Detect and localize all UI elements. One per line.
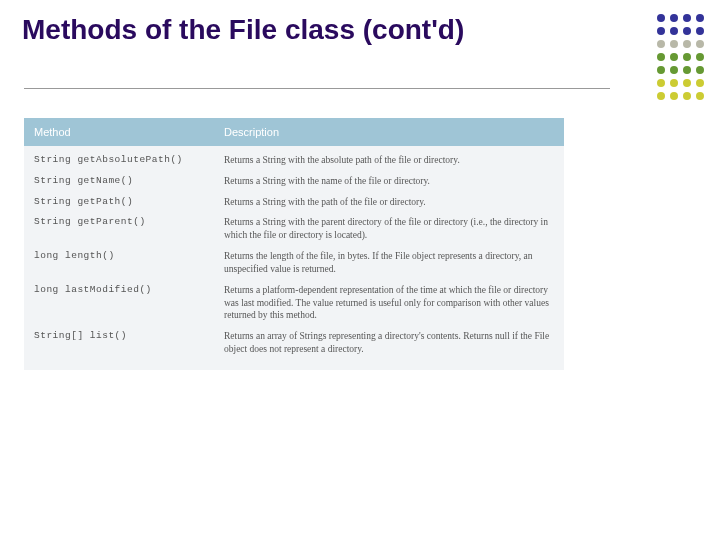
method-description: Returns an array of Strings representing…: [224, 330, 554, 356]
decorative-dot: [683, 92, 691, 100]
method-description: Returns a String with the parent directo…: [224, 216, 554, 242]
decorative-dot: [683, 53, 691, 61]
table-row: String getPath()Returns a String with th…: [34, 192, 554, 213]
header-method: Method: [34, 126, 224, 138]
method-description: Returns the length of the file, in bytes…: [224, 250, 554, 276]
decorative-dot: [670, 27, 678, 35]
decorative-dot: [683, 27, 691, 35]
decorative-dot: [670, 40, 678, 48]
decorative-dot: [696, 79, 704, 87]
method-description: Returns a String with the name of the fi…: [224, 175, 554, 188]
decorative-dot: [696, 27, 704, 35]
decorative-dot: [657, 40, 665, 48]
decorative-dot: [657, 66, 665, 74]
slide-title: Methods of the File class (cont'd): [22, 12, 610, 47]
decorative-dot: [657, 92, 665, 100]
method-signature: String[] list(): [34, 330, 224, 356]
decorative-dot: [696, 92, 704, 100]
method-signature: String getAbsolutePath(): [34, 154, 224, 167]
method-signature: long lastModified(): [34, 284, 224, 322]
decorative-dot: [683, 14, 691, 22]
table-header-row: Method Description: [24, 118, 564, 146]
decorative-dot: [657, 53, 665, 61]
table-row: String getAbsolutePath()Returns a String…: [34, 150, 554, 171]
decorative-dot: [683, 79, 691, 87]
decorative-dot: [670, 79, 678, 87]
table-row: String[] list()Returns an array of Strin…: [34, 326, 554, 360]
method-signature: String getPath(): [34, 196, 224, 209]
decorative-dot: [696, 66, 704, 74]
decorative-dot: [670, 53, 678, 61]
method-description: Returns a String with the path of the fi…: [224, 196, 554, 209]
table-row: String getName()Returns a String with th…: [34, 171, 554, 192]
table-row: long length()Returns the length of the f…: [34, 246, 554, 280]
method-description: Returns a String with the absolute path …: [224, 154, 554, 167]
decorative-dot: [657, 27, 665, 35]
decorative-dot: [696, 40, 704, 48]
method-description: Returns a platform-dependent representat…: [224, 284, 554, 322]
table-row: String getParent()Returns a String with …: [34, 212, 554, 246]
decorative-dot-grid: [657, 14, 706, 102]
methods-table: Method Description String getAbsolutePat…: [24, 118, 564, 370]
decorative-dot: [683, 40, 691, 48]
method-signature: long length(): [34, 250, 224, 276]
decorative-dot: [670, 92, 678, 100]
decorative-dot: [670, 66, 678, 74]
decorative-dot: [657, 14, 665, 22]
decorative-dot: [696, 53, 704, 61]
table-row: long lastModified()Returns a platform-de…: [34, 280, 554, 326]
title-underline: [24, 88, 610, 89]
decorative-dot: [670, 14, 678, 22]
method-signature: String getParent(): [34, 216, 224, 242]
slide-title-area: Methods of the File class (cont'd): [22, 12, 610, 47]
method-signature: String getName(): [34, 175, 224, 188]
table-body: String getAbsolutePath()Returns a String…: [24, 146, 564, 370]
decorative-dot: [696, 14, 704, 22]
header-description: Description: [224, 126, 554, 138]
decorative-dot: [657, 79, 665, 87]
decorative-dot: [683, 66, 691, 74]
